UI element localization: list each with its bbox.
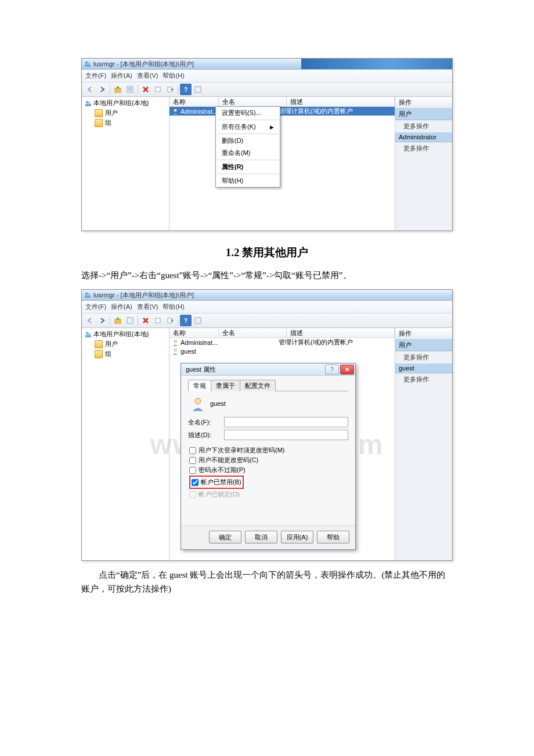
delete-button[interactable] xyxy=(140,84,151,95)
list-button[interactable] xyxy=(192,84,204,95)
menu-action[interactable]: 操作(A) xyxy=(111,303,132,311)
ctx-set-password[interactable]: 设置密码(S)... xyxy=(216,107,280,119)
ctx-properties[interactable]: 属性(R) xyxy=(216,161,280,173)
svg-rect-7 xyxy=(128,90,132,91)
tab-profile[interactable]: 配置文件 xyxy=(240,380,276,391)
tree-root[interactable]: 本地用户和组(本地) xyxy=(82,329,169,339)
section-title: 1.2 禁用其他用户 xyxy=(81,245,453,260)
svg-point-12 xyxy=(88,102,91,104)
tree-users[interactable]: 用户 xyxy=(82,339,169,349)
row-administrator[interactable]: Administrat... 管理计算机(域)的内置帐户 xyxy=(169,107,395,116)
actions-header: 操作 xyxy=(395,97,452,109)
actions-header: 操作 xyxy=(395,328,452,340)
cancel-button[interactable]: 取消 xyxy=(245,531,277,543)
menu-action[interactable]: 操作(A) xyxy=(111,71,132,80)
tree-root-label: 本地用户和组(本地) xyxy=(93,99,149,107)
actions-users[interactable]: 用户 xyxy=(395,109,452,120)
check-mustchange[interactable]: 用户下次登录时须更改密码(M) xyxy=(189,446,348,455)
svg-point-1 xyxy=(88,62,91,65)
actions-pane: 操作 用户 更多操作 guest 更多操作 xyxy=(395,328,452,560)
actions-more-1[interactable]: 更多操作 xyxy=(395,351,452,363)
menu-help[interactable]: 帮助(H) xyxy=(163,71,184,80)
svg-point-0 xyxy=(85,62,88,64)
check-disabled[interactable]: 帐户已禁用(B) xyxy=(192,478,241,487)
window-title: lusrmgr - [本地用户和组(本地)\用户] xyxy=(93,291,194,300)
properties-button[interactable] xyxy=(124,315,136,326)
folder-icon xyxy=(95,350,103,358)
help-button[interactable]: 帮助 xyxy=(317,531,349,543)
properties-button[interactable] xyxy=(124,84,136,95)
col-desc[interactable]: 描述 xyxy=(287,328,395,337)
dialog-close-button[interactable]: ✕ xyxy=(340,365,354,375)
menu-file[interactable]: 文件(F) xyxy=(85,71,106,80)
list-button[interactable] xyxy=(192,315,204,326)
desc-input[interactable] xyxy=(224,430,348,440)
tree-groups[interactable]: 组 xyxy=(82,349,169,359)
fullname-input[interactable] xyxy=(224,417,348,427)
actions-admin[interactable]: Administrator xyxy=(395,132,452,142)
delete-button[interactable] xyxy=(140,315,151,326)
ctx-help[interactable]: 帮助(H) xyxy=(216,175,280,187)
row-administrator[interactable]: Administrat... 管理计算机(域)的内置帐户 xyxy=(169,338,395,347)
ctx-delete[interactable]: 删除(D) xyxy=(216,135,280,147)
tab-general[interactable]: 常规 xyxy=(188,380,211,391)
actions-more-2[interactable]: 更多操作 xyxy=(395,142,452,154)
ctx-all-tasks[interactable]: 所有任务(K)▶ xyxy=(216,121,280,133)
tab-strip: 常规 隶属于 配置文件 xyxy=(188,379,348,391)
tree-pane: 本地用户和组(本地) 用户 组 xyxy=(82,97,169,231)
toolbar-separator xyxy=(178,85,178,94)
svg-point-14 xyxy=(174,109,177,111)
ok-button[interactable]: 确定 xyxy=(209,531,241,543)
tree-groups[interactable]: 组 xyxy=(82,118,169,128)
dialog-help-button[interactable]: ? xyxy=(325,365,339,375)
ctx-separator xyxy=(217,174,279,174)
toolbar: ? xyxy=(82,82,452,97)
tree-users[interactable]: 用户 xyxy=(82,108,169,118)
apply-button[interactable]: 应用(A) xyxy=(281,531,313,543)
desc-row: 描述(D): xyxy=(188,430,348,440)
help-button[interactable]: ? xyxy=(180,315,192,326)
tree-root[interactable]: 本地用户和组(本地) xyxy=(82,98,169,108)
actions-users[interactable]: 用户 xyxy=(395,340,452,351)
svg-point-24 xyxy=(88,333,91,335)
forward-button[interactable] xyxy=(96,84,108,95)
actions-more-2[interactable]: 更多操作 xyxy=(395,373,452,386)
col-desc[interactable]: 描述 xyxy=(287,97,395,106)
lusrmgr-window-2: lusrmgr - [本地用户和组(本地)\用户] 文件(F) 操作(A) 查看… xyxy=(81,289,453,561)
dialog-title: guest 属性 xyxy=(186,365,216,374)
up-button[interactable] xyxy=(112,84,124,95)
col-fullname[interactable]: 全名 xyxy=(219,97,287,106)
menu-view[interactable]: 查看(V) xyxy=(137,71,158,80)
export-button[interactable] xyxy=(164,315,176,326)
svg-rect-13 xyxy=(85,104,91,106)
fullname-label: 全名(F): xyxy=(188,418,221,427)
export-button[interactable] xyxy=(164,84,176,95)
refresh-button[interactable] xyxy=(152,315,164,326)
col-name[interactable]: 名称 xyxy=(169,328,219,337)
menu-help[interactable]: 帮助(H) xyxy=(163,303,184,311)
list-pane: 名称 全名 描述 Administrat... 管理计算机(域)的内置帐户 xyxy=(169,97,395,231)
svg-point-26 xyxy=(174,340,177,343)
up-button[interactable] xyxy=(112,315,124,326)
check-cannotchange[interactable]: 用户不能更改密码(C) xyxy=(189,456,348,465)
check-neverexpire[interactable]: 密码永不过期(P) xyxy=(189,466,348,474)
col-name[interactable]: 名称 xyxy=(169,97,219,106)
ctx-separator xyxy=(217,134,279,134)
col-fullname[interactable]: 全名 xyxy=(219,328,287,337)
actions-guest[interactable]: guest xyxy=(395,363,452,373)
instruction-1: 选择->“用户”->右击“guest”账号->“属性”->“常规”->勾取“账号… xyxy=(81,268,453,282)
forward-button[interactable] xyxy=(96,315,108,326)
menu-file[interactable]: 文件(F) xyxy=(85,303,106,311)
row-guest[interactable]: guest xyxy=(169,347,395,355)
svg-rect-6 xyxy=(128,89,132,89)
actions-more-1[interactable]: 更多操作 xyxy=(395,120,452,132)
refresh-button[interactable] xyxy=(152,84,164,95)
svg-point-16 xyxy=(88,293,91,296)
back-button[interactable] xyxy=(84,84,96,95)
back-button[interactable] xyxy=(84,315,96,326)
help-button[interactable]: ? xyxy=(180,84,192,95)
ctx-rename[interactable]: 重命名(M) xyxy=(216,147,280,159)
tab-member[interactable]: 隶属于 xyxy=(211,380,240,391)
menu-view[interactable]: 查看(V) xyxy=(137,303,158,311)
ctx-separator xyxy=(217,120,279,120)
